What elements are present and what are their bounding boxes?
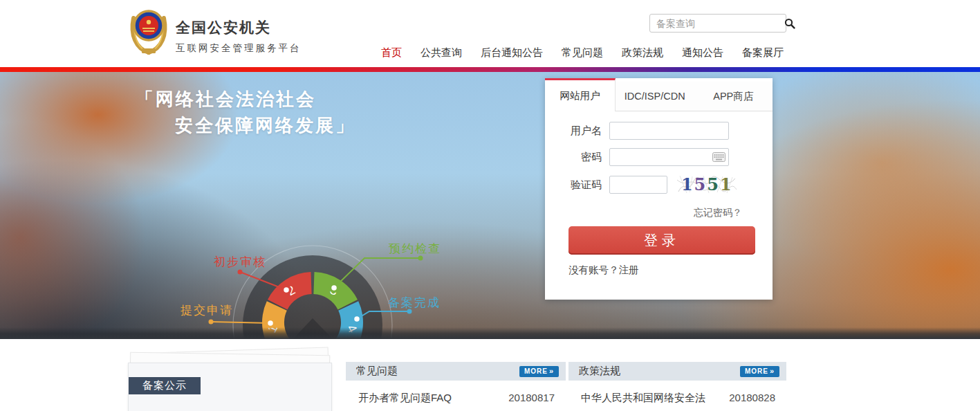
search-icon[interactable] (784, 15, 795, 32)
register-prefix: 没有账号？ (568, 264, 619, 275)
tab-idc-isp-cdn[interactable]: IDC/ISP/CDN (616, 82, 694, 111)
captcha-row: 验证码 1551 (545, 174, 773, 195)
policy-item-date: 20180828 (729, 392, 775, 403)
tab-website-user[interactable]: 网站用户 (545, 78, 616, 111)
policy-card: 政策法规 MORE» 中华人民共和国网络安全法 20180828 (568, 362, 786, 405)
policy-card-title: 政策法规 (579, 365, 620, 378)
faq-card-title: 常见问题 (356, 365, 398, 378)
tab-app-store[interactable]: APP商店 (694, 82, 773, 111)
password-field[interactable] (609, 148, 729, 166)
flow-label-inspection: 预约检查 (389, 242, 441, 255)
top-header: 全国公安机关 互联网安全管理服务平台 首页 公共查询 后台通知公告 常见问题 政… (0, 0, 980, 67)
captcha-digit-4: 1 (720, 174, 733, 194)
flow-label-complete: 备案完成 (388, 296, 441, 309)
nav-item-policies[interactable]: 政策法规 (622, 46, 663, 60)
flow-label-submit: 提交申请 (181, 304, 233, 317)
brand-subtitle: 互联网安全管理服务平台 (176, 42, 302, 55)
faq-item-date: 20180817 (508, 392, 555, 403)
faq-item-link[interactable]: 开办者常见问题FAQ (358, 392, 452, 405)
record-notice-tag: 备案公示 (129, 377, 201, 394)
login-button[interactable]: 登录 (568, 226, 755, 255)
captcha-image[interactable]: 1551 (677, 174, 737, 195)
nav-item-backend-notices[interactable]: 后台通知公告 (481, 46, 543, 60)
login-panel: 网站用户 IDC/ISP/CDN APP商店 用户名 密码 (545, 78, 773, 300)
login-form: 用户名 密码 (545, 111, 773, 277)
forgot-password-link[interactable]: 忘记密码？ (694, 207, 742, 218)
register-link[interactable]: 注册 (619, 264, 639, 275)
password-label: 密码 (545, 148, 602, 166)
captcha-field[interactable] (609, 176, 667, 194)
search-input[interactable] (650, 18, 784, 29)
nav-item-home[interactable]: 首页 (381, 46, 402, 60)
header-gradient-divider (0, 67, 980, 72)
faq-more-button[interactable]: MORE» (519, 366, 559, 377)
slogan-line-1: 「网络社会法治社会 (136, 86, 355, 112)
captcha-label: 验证码 (545, 176, 602, 194)
record-flow-diagram: 1 2 3 4 网站备案流程 提交申请 初步审核 (159, 235, 477, 339)
register-row: 没有账号？注册 (568, 264, 773, 277)
content-section: 备案公示 常见问题 MORE» 开办者常见问题FAQ 20180817 政策法规… (0, 339, 980, 411)
captcha-digit-2: 5 (694, 174, 708, 194)
police-badge-icon (127, 7, 170, 58)
record-notice-card: 备案公示 (128, 363, 332, 411)
forgot-password-row: 忘记密码？ (545, 206, 773, 219)
faq-more-arrow-icon: » (549, 367, 554, 375)
login-tabs-inactive: IDC/ISP/CDN APP商店 (616, 82, 773, 111)
nav-item-announcements[interactable]: 通知公告 (682, 46, 723, 60)
username-field[interactable] (609, 122, 729, 140)
brand-title: 全国公安机关 (176, 18, 302, 37)
captcha-digit-3: 5 (707, 174, 720, 194)
captcha-digit-1: 1 (681, 174, 694, 194)
password-row: 密码 (545, 148, 773, 166)
hero-slogan: 「网络社会法治社会 安全保障网络发展」 (136, 86, 355, 138)
login-tabs: 网站用户 IDC/ISP/CDN APP商店 (545, 78, 773, 111)
page: 全国公安机关 互联网安全管理服务平台 首页 公共查询 后台通知公告 常见问题 政… (0, 0, 980, 411)
faq-list-item: 开办者常见问题FAQ 20180817 (346, 381, 566, 405)
flow-label-review: 初步审核 (214, 255, 266, 268)
username-label: 用户名 (545, 122, 602, 140)
hero-banner: 「网络社会法治社会 安全保障网络发展」 1 2 3 4 网站备案流程 (0, 72, 980, 339)
policy-more-button[interactable]: MORE» (740, 366, 779, 377)
brand: 全国公安机关 互联网安全管理服务平台 (176, 18, 302, 55)
main-nav: 首页 公共查询 后台通知公告 常见问题 政策法规 通知公告 备案展厅 (381, 46, 784, 60)
username-row: 用户名 (545, 122, 773, 140)
faq-card: 常见问题 MORE» 开办者常见问题FAQ 20180817 (346, 362, 566, 405)
faq-card-header: 常见问题 MORE» (346, 362, 566, 381)
captcha-digits: 1551 (677, 174, 733, 194)
policy-item-link[interactable]: 中华人民共和国网络安全法 (581, 392, 705, 405)
nav-item-record-hall[interactable]: 备案展厅 (742, 46, 784, 60)
slogan-line-2: 安全保障网络发展」 (136, 112, 355, 138)
search-box (649, 14, 786, 33)
policy-card-header: 政策法规 MORE» (568, 362, 786, 381)
policy-more-arrow-icon: » (770, 367, 775, 375)
nav-item-public-query[interactable]: 公共查询 (420, 46, 462, 60)
policy-list-item: 中华人民共和国网络安全法 20180828 (568, 381, 786, 405)
faq-more-label: MORE (524, 367, 548, 375)
nav-item-faq[interactable]: 常见问题 (562, 46, 603, 60)
keyboard-icon[interactable] (712, 152, 725, 165)
policy-more-label: MORE (745, 367, 768, 375)
